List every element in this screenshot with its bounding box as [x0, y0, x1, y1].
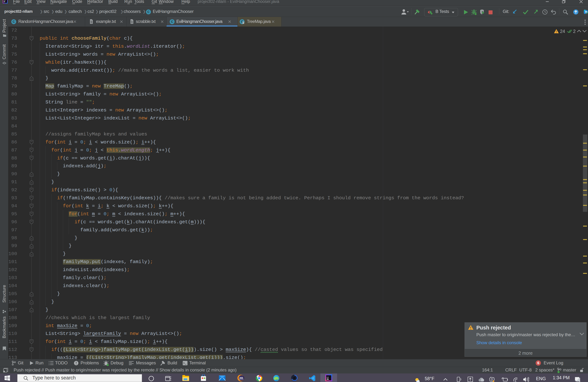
svg-text:IJ: IJ: [4, 0, 5, 2]
svg-text:C: C: [13, 20, 15, 23]
svg-text:IJ: IJ: [327, 376, 329, 379]
svg-text:C: C: [147, 10, 150, 14]
svg-text:C: C: [171, 20, 173, 23]
